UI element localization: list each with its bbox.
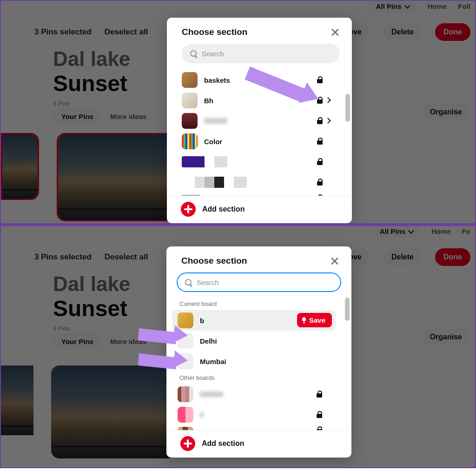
section-name xyxy=(200,391,223,397)
list-heading-other: Other boards xyxy=(178,371,351,384)
lock-icon xyxy=(317,118,323,124)
choose-section-modal: Choose section baskets Bh xyxy=(167,18,352,223)
organise-button[interactable]: Organise xyxy=(422,103,470,120)
list-item[interactable]: Mumbai xyxy=(178,351,351,371)
search-field[interactable] xyxy=(182,44,340,63)
section-name xyxy=(204,118,227,124)
modal-title: Choose section xyxy=(181,256,247,266)
lock-icon xyxy=(316,391,323,398)
pin-thumbnail[interactable] xyxy=(57,133,181,221)
plus-icon[interactable] xyxy=(181,202,196,217)
lock-icon xyxy=(317,195,323,196)
deselect-all-button[interactable]: Deselect all xyxy=(105,27,148,37)
all-pins-label: All Pins xyxy=(380,227,405,235)
search-field[interactable] xyxy=(177,272,341,292)
list-item[interactable]: Color xyxy=(182,131,352,152)
tab-more-ideas[interactable]: More ideas xyxy=(106,108,150,125)
pin-thumbnail[interactable] xyxy=(51,365,176,458)
lock-icon xyxy=(317,77,323,83)
lock-icon xyxy=(317,138,323,145)
list-item[interactable] xyxy=(178,425,351,430)
section-thumb-icon xyxy=(178,386,193,402)
board-tabs: Your Pins More ideas xyxy=(53,333,150,350)
add-section-button[interactable]: Add section xyxy=(202,205,245,213)
plus-icon[interactable] xyxy=(180,436,195,451)
list-heading-current: Current board xyxy=(178,298,351,310)
section-name: Delhi xyxy=(200,337,217,345)
top-nav: All Pins Home Foll xyxy=(365,1,475,13)
close-icon[interactable] xyxy=(331,27,340,37)
pin-icon xyxy=(302,317,306,324)
list-item[interactable] xyxy=(182,192,352,196)
deselect-all-button[interactable]: Deselect all xyxy=(105,252,148,262)
section-thumb-icon xyxy=(178,407,193,423)
board-title-1: Dal lake xyxy=(53,47,130,71)
section-name: b xyxy=(200,317,204,325)
section-thumb-icon xyxy=(182,72,198,88)
done-button[interactable]: Done xyxy=(435,23,470,41)
section-thumb-icon xyxy=(182,133,198,149)
list-item[interactable] xyxy=(182,111,352,131)
close-icon[interactable] xyxy=(330,256,339,265)
pin-thumbnails xyxy=(1,133,181,221)
section-thumb-icon xyxy=(182,93,198,108)
save-button[interactable]: Save xyxy=(297,313,332,327)
modal-footer: Add section xyxy=(167,196,352,223)
nav-home[interactable]: Home xyxy=(431,227,451,235)
section-name: Bh xyxy=(204,97,213,105)
section-thumb-icon xyxy=(182,177,247,188)
list-item[interactable] xyxy=(182,172,352,192)
board-title-2: Sunset xyxy=(53,296,130,321)
nav-following[interactable]: Foll xyxy=(458,2,470,10)
done-button[interactable]: Done xyxy=(435,248,470,266)
choose-section-modal: Choose section Current board b Save xyxy=(166,246,351,458)
pins-selected-label: 3 Pins selected xyxy=(34,27,92,37)
pin-thumbnail[interactable] xyxy=(1,133,39,200)
all-pins-pill[interactable]: All Pins xyxy=(373,226,420,238)
section-thumb-icon xyxy=(178,427,193,430)
board-tabs: Your Pins More ideas xyxy=(53,108,150,125)
list-item[interactable] xyxy=(182,152,352,172)
board-pin-count: 3 Pins xyxy=(53,100,130,107)
board-header: Dal lake Sunset 3 Pins xyxy=(53,47,130,107)
delete-button[interactable]: Delete xyxy=(383,248,422,266)
add-section-button[interactable]: Add section xyxy=(202,439,245,448)
list-item[interactable] xyxy=(178,405,351,425)
organise-button[interactable]: Organise xyxy=(422,328,470,345)
delete-button[interactable]: Delete xyxy=(383,23,422,41)
search-input[interactable] xyxy=(202,50,331,58)
tab-your-pins[interactable]: Your Pins xyxy=(53,108,102,125)
section-list[interactable]: baskets Bh Color xyxy=(167,68,352,196)
list-item[interactable]: Delhi xyxy=(178,331,351,351)
section-name: Mumbai xyxy=(200,358,226,365)
list-item[interactable]: Bh xyxy=(182,90,352,111)
search-input[interactable] xyxy=(197,279,333,286)
nav-home[interactable]: Home xyxy=(428,2,447,10)
list-item[interactable]: b Save xyxy=(172,310,336,331)
pin-thumbnail[interactable] xyxy=(1,365,33,435)
top-nav: All Pins Home Fo xyxy=(369,226,475,238)
pin-thumbnails xyxy=(1,365,176,458)
section-list[interactable]: Current board b Save Delhi Mumbai Other … xyxy=(166,296,351,430)
nav-following[interactable]: Fo xyxy=(462,227,470,235)
list-item[interactable] xyxy=(178,384,351,405)
board-title-1: Dal lake xyxy=(53,272,130,296)
lock-icon xyxy=(317,159,323,165)
all-pins-pill[interactable]: All Pins xyxy=(370,1,416,13)
section-name: baskets xyxy=(204,76,230,84)
section-thumb-icon xyxy=(182,195,200,196)
pins-selected-label: 3 Pins selected xyxy=(34,252,92,262)
tab-your-pins[interactable]: Your Pins xyxy=(53,333,102,350)
search-icon xyxy=(185,279,192,286)
board-header: Dal lake Sunset 3 Pins xyxy=(53,272,130,332)
lock-icon xyxy=(316,411,323,418)
search-icon xyxy=(190,50,197,57)
chevron-right-icon xyxy=(326,118,331,123)
modal-title: Choose section xyxy=(182,27,247,37)
save-label: Save xyxy=(309,316,325,324)
chevron-down-icon xyxy=(404,3,410,9)
lock-icon xyxy=(317,179,323,186)
board-pin-count: 3 Pins xyxy=(53,325,130,332)
modal-footer: Add section xyxy=(166,430,351,458)
section-thumb-icon xyxy=(182,156,247,167)
